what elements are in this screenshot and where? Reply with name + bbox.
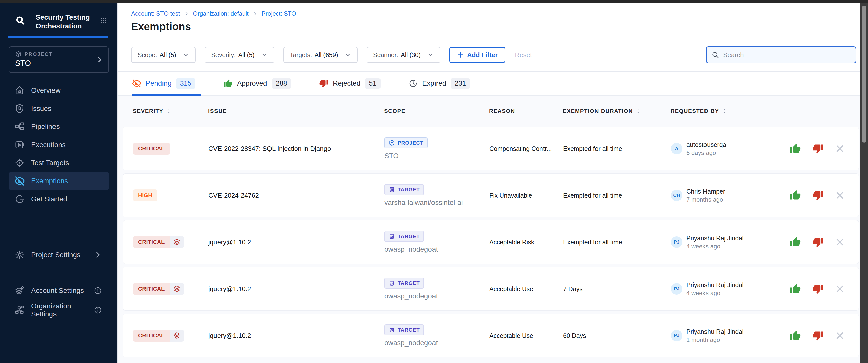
filter-label: Severity:	[211, 51, 236, 59]
severity-badge: CRITICAL	[133, 236, 184, 248]
exemption-reason: Fix Unavailable	[489, 192, 563, 199]
sidebar-item-organization-settings[interactable]: Organization Settings	[8, 301, 109, 319]
eye-slash-icon	[132, 79, 141, 88]
table-row[interactable]: HIGH CVE-2024-24762 TARGET varsha-lalwan…	[123, 173, 859, 217]
sidebar-item-project-settings[interactable]: Project Settings	[8, 246, 109, 264]
sidebar-item-account-settings[interactable]: Account Settings	[8, 282, 109, 300]
severity-stack	[170, 283, 184, 295]
sidebar-item-pipelines[interactable]: Pipelines	[8, 118, 109, 136]
scope-badge: TARGET	[384, 184, 424, 195]
search-input[interactable]	[723, 51, 851, 59]
reject-button[interactable]	[812, 190, 824, 201]
scope-type-label: TARGET	[398, 187, 420, 193]
sidebar-item-label: Account Settings	[31, 286, 84, 295]
approve-button[interactable]	[790, 283, 801, 295]
container-icon	[389, 233, 395, 240]
add-filter-button[interactable]: Add Filter	[449, 47, 505, 63]
severity-stack	[170, 236, 184, 248]
column-header-exemption-duration[interactable]: EXEMPTION DURATION	[563, 108, 671, 114]
tab-approved[interactable]: Approved 288	[223, 78, 291, 89]
issue-name[interactable]: CVE-2024-24762	[209, 192, 384, 199]
severity-label: CRITICAL	[133, 330, 170, 342]
sidebar-item-get-started[interactable]: Get Started	[8, 190, 109, 208]
dismiss-button[interactable]	[835, 331, 845, 340]
column-header-reason: REASON	[489, 108, 563, 114]
issue-name[interactable]: jquery@1.10.2	[209, 238, 384, 246]
sidebar-item-label: Pipelines	[31, 123, 60, 131]
scrollbar-thumb[interactable]	[862, 5, 867, 143]
issue-name[interactable]: jquery@1.10.2	[209, 285, 384, 293]
sidebar-item-executions[interactable]: Executions	[8, 136, 109, 154]
exemption-duration: Exempted for all time	[563, 239, 671, 246]
table-row[interactable]: CRITICAL jquery@1.10.2 TARGET owasp_node…	[123, 267, 859, 311]
requested-time: 4 weeks ago	[686, 289, 744, 297]
breadcrumb-account[interactable]: Account: STO test	[131, 10, 180, 17]
reject-button[interactable]	[812, 283, 824, 295]
vertical-scrollbar[interactable]	[861, 3, 868, 363]
requested-time: 6 days ago	[686, 149, 726, 156]
tab-expired[interactable]: Expired 231	[409, 78, 470, 89]
tab-label: Approved	[237, 79, 267, 87]
approve-button[interactable]	[790, 330, 801, 341]
breadcrumb-organization[interactable]: Organization: default	[193, 10, 248, 17]
table-row[interactable]: CRITICAL jquery@1.10.2 TARGET owasp_node…	[123, 220, 859, 264]
column-header-severity[interactable]: SEVERITY	[133, 108, 208, 114]
severity-badge: CRITICAL	[133, 330, 184, 342]
targets-filter-dropdown[interactable]: Targets: All (659)	[283, 47, 358, 63]
dismiss-button[interactable]	[835, 191, 845, 200]
sidebar-item-exemptions[interactable]: Exemptions	[8, 172, 109, 190]
exemption-reason: Acceptable Risk	[489, 239, 563, 246]
approve-button[interactable]	[790, 236, 801, 248]
severity-filter-dropdown[interactable]: Severity: All (5)	[205, 47, 274, 63]
severity-label: CRITICAL	[133, 236, 170, 248]
active-tab-indicator	[132, 94, 201, 95]
sidebar-divider	[8, 274, 109, 274]
issue-name[interactable]: jquery@1.10.2	[209, 332, 384, 340]
reset-filters-link[interactable]: Reset	[515, 51, 532, 59]
org-gear-icon	[14, 305, 25, 315]
sidebar-nav: Overview Issues Pipelines Executions Tes…	[0, 81, 117, 208]
column-header-scope: SCOPE	[384, 108, 489, 114]
scanner-filter-dropdown[interactable]: Scanner: All (30)	[367, 47, 440, 63]
plus-icon	[457, 51, 464, 58]
exemptions-table: SEVERITY ISSUE SCOPE REASON EXEMPTION DU…	[118, 95, 868, 363]
table-body: CRITICAL CVE-2022-28347: SQL Injection i…	[123, 127, 859, 358]
issue-name[interactable]: CVE-2022-28347: SQL Injection in Django	[209, 145, 384, 152]
reject-button[interactable]	[812, 143, 824, 154]
module-grid-icon[interactable]	[100, 15, 107, 26]
sort-icon	[166, 108, 172, 114]
tab-pending[interactable]: Pending 315	[132, 78, 195, 89]
reject-button[interactable]	[812, 330, 824, 341]
column-header-requested-by[interactable]: REQUESTED BY	[671, 108, 785, 114]
info-icon[interactable]	[94, 286, 102, 295]
scope-filter-dropdown[interactable]: Scope: All (5)	[131, 47, 196, 63]
sidebar-item-test-targets[interactable]: Test Targets	[8, 154, 109, 172]
breadcrumb-project[interactable]: Project: STO	[262, 10, 296, 17]
dismiss-button[interactable]	[835, 237, 845, 247]
approve-button[interactable]	[790, 190, 801, 201]
sidebar-item-overview[interactable]: Overview	[8, 81, 109, 100]
sidebar-item-label: Issues	[31, 105, 52, 113]
approve-button[interactable]	[790, 143, 801, 154]
exemption-duration: 7 Days	[563, 285, 671, 292]
tab-label: Rejected	[333, 79, 361, 87]
table-row[interactable]: CRITICAL CVE-2022-28347: SQL Injection i…	[123, 127, 859, 170]
project-selector[interactable]: PROJECT STO	[8, 46, 109, 73]
exemption-reason: Compensating Contr...	[489, 145, 563, 152]
dismiss-button[interactable]	[835, 144, 845, 153]
search-box	[706, 46, 857, 63]
cube-icon	[389, 140, 395, 146]
info-icon[interactable]	[94, 306, 102, 314]
tab-rejected[interactable]: Rejected 51	[319, 78, 381, 89]
sidebar-item-issues[interactable]: Issues	[8, 100, 109, 118]
tab-count-badge: 51	[365, 78, 380, 89]
layers-icon	[173, 332, 181, 340]
dismiss-button[interactable]	[835, 284, 845, 294]
module-accent-bar	[8, 36, 108, 38]
severity-badge: HIGH	[133, 189, 157, 201]
chevron-right-icon	[253, 11, 258, 16]
severity-badge: CRITICAL	[133, 283, 184, 295]
table-row[interactable]: CRITICAL jquery@1.10.2 TARGET owasp_node…	[123, 314, 859, 358]
reject-button[interactable]	[812, 236, 824, 248]
thumb-up-icon	[223, 79, 232, 88]
